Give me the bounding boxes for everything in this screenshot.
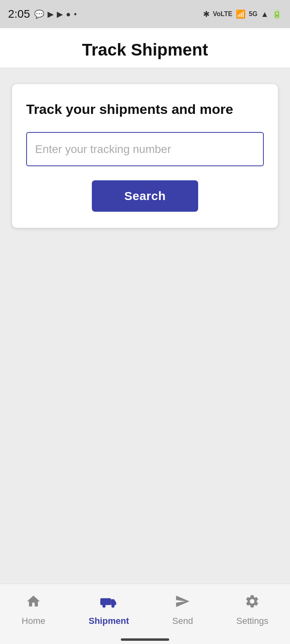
nav-label-home: Home (22, 616, 46, 626)
bluetooth-icon: ✱ (203, 9, 210, 19)
tracking-card: Track your shipments and more Search (12, 84, 278, 228)
svg-rect-0 (100, 598, 111, 605)
wifi-icon: 📶 (236, 9, 246, 19)
signal-icon: ▲ (261, 10, 269, 19)
nav-label-settings: Settings (236, 616, 269, 626)
bottom-indicator (121, 638, 169, 641)
search-button-wrapper: Search (26, 180, 264, 212)
nav-label-send: Send (172, 616, 193, 626)
status-icons-left: 💬 ▶ ▶ ● • (34, 9, 77, 19)
top-bar: Track Shipment (0, 28, 290, 68)
nav-item-settings[interactable]: Settings (236, 594, 269, 626)
gear-icon (244, 594, 260, 613)
truck-icon (100, 594, 117, 613)
battery-icon: 🔋 (272, 9, 282, 19)
status-icons-right: ✱ VoLTE 📶 5G ▲ 🔋 (203, 9, 282, 19)
circle-icon: ● (66, 10, 71, 19)
5g-icon: 5G (249, 10, 257, 18)
status-bar-left: 2:05 💬 ▶ ▶ ● • (8, 8, 77, 21)
status-bar: 2:05 💬 ▶ ▶ ● • ✱ VoLTE 📶 5G ▲ 🔋 (0, 0, 290, 28)
home-icon (26, 594, 41, 613)
youtube-icon: ▶ (48, 9, 54, 19)
send-icon (175, 594, 190, 613)
status-time: 2:05 (8, 8, 30, 21)
search-button[interactable]: Search (92, 180, 198, 212)
nav-label-shipment: Shipment (89, 616, 129, 626)
whatsapp-icon: 💬 (34, 9, 44, 19)
page-title: Track Shipment (8, 40, 282, 60)
nav-item-home[interactable]: Home (22, 594, 46, 626)
bottom-nav: Home Shipment Send Settings (0, 584, 290, 644)
nav-item-send[interactable]: Send (172, 594, 193, 626)
main-content: Track your shipments and more Search (0, 68, 290, 587)
svg-point-3 (112, 605, 115, 608)
tracking-number-input[interactable] (26, 132, 264, 166)
volte-icon: VoLTE (213, 10, 232, 18)
nav-item-shipment[interactable]: Shipment (89, 594, 129, 626)
card-title: Track your shipments and more (26, 100, 264, 118)
youtube-alt-icon: ▶ (57, 9, 63, 19)
svg-marker-1 (111, 599, 116, 605)
svg-point-2 (102, 605, 106, 608)
dot-icon: • (74, 10, 77, 19)
